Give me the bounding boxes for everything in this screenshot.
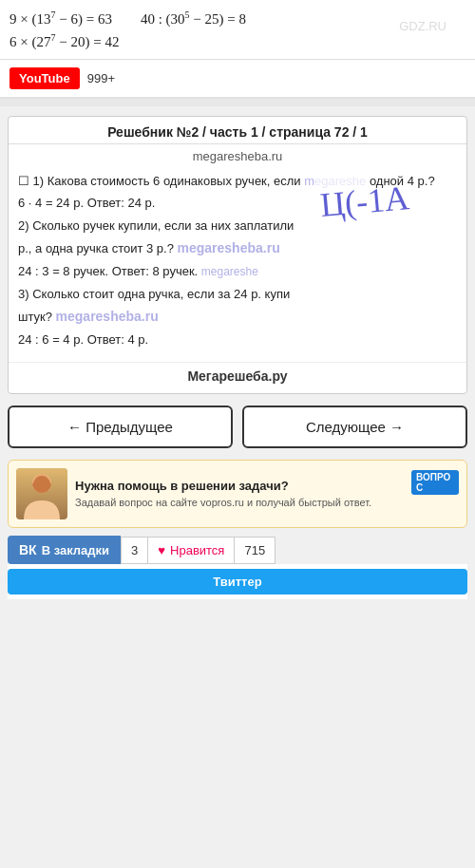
ad-banner[interactable]: Нужна помощь в решении задачи? Задавай в… [8, 460, 467, 528]
answer-3: 24 : 6 = 4 р. Ответ: 4 р. [18, 330, 457, 349]
solution-header: Решебник №2 / часть 1 / страница 72 / 1 [9, 117, 466, 144]
answer-2: 24 : 3 = 8 ручек. Ответ: 8 ручек. megare… [18, 262, 457, 281]
ad-subtitle: Задавай вопрос на сайте vopros.ru и полу… [75, 496, 404, 510]
youtube-bar: YouTube 999+ [0, 60, 475, 99]
ad-badge: ВОПРОС [411, 470, 459, 495]
ad-title: Нужна помощь в решении задачи? [75, 479, 404, 493]
twitter-button[interactable]: Твиттер [8, 569, 467, 594]
answer-1: 6 · 4 = 24 р. Ответ: 24 р. [18, 194, 457, 213]
vk-icon: ВК [19, 542, 37, 557]
youtube-button[interactable]: YouTube [10, 67, 80, 89]
solution-footer: Мегарешеба.ру [9, 362, 466, 393]
solution-card: Решебник №2 / часть 1 / страница 72 / 1 … [8, 116, 467, 394]
youtube-count: 999+ [87, 71, 115, 85]
like-count: 715 [235, 537, 276, 564]
math-expr-1: 9 × (137 − 6) = 63 [10, 8, 112, 30]
social-bar: ВК В закладки 3 ♥ Нравится 715 [8, 536, 467, 564]
gdz-watermark: GDZ.RU [399, 17, 446, 37]
vk-bookmarks-button[interactable]: ВК В закладки [8, 536, 121, 564]
like-button[interactable]: ♥ Нравится [148, 537, 235, 564]
question-2: 2) Сколько ручек купили, если за них зап… [18, 217, 457, 236]
heart-icon: ♥ [158, 543, 165, 557]
solution-text: Ц(-1А ☐ 1) Какова стоимость 6 одинаковых… [9, 166, 466, 362]
like-label: Нравится [170, 543, 224, 557]
navigation-buttons: ← Предыдущее Следующее → [8, 406, 467, 448]
ad-text-block: Нужна помощь в решении задачи? Задавай в… [75, 479, 404, 510]
question-3b: штук? megaresheba.ru [18, 307, 457, 328]
question-2b: р., а одна ручка стоит 3 р.? megaresheba… [18, 238, 457, 259]
question-1: ☐ 1) Какова стоимость 6 одинаковых ручек… [18, 172, 457, 191]
question-3: 3) Сколько стоит одна ручка, если за 24 … [18, 285, 457, 304]
math-expr-3: 6 × (277 − 20) = 42 [10, 30, 119, 53]
next-button[interactable]: Следующее → [242, 406, 467, 448]
vk-count: 3 [121, 537, 148, 564]
twitter-area: Твиттер [8, 564, 467, 599]
math-line-1: 9 × (137 − 6) = 63 40 : (305 − 25) = 8 [10, 8, 466, 30]
prev-button[interactable]: ← Предыдущее [8, 406, 233, 448]
ad-image [16, 468, 67, 519]
math-section: 9 × (137 − 6) = 63 40 : (305 − 25) = 8 6… [0, 0, 475, 60]
math-line-2: 6 × (277 − 20) = 42 [10, 30, 466, 53]
section-divider [0, 99, 475, 106]
vk-label: В закладки [42, 543, 109, 557]
solution-site: megaresheba.ru [9, 144, 466, 166]
math-expr-2: 40 : (305 − 25) = 8 [141, 8, 246, 30]
ad-person-image [16, 468, 67, 519]
solution-body: megaresheba.ru Ц(-1А ☐ 1) Какова стоимос… [9, 144, 466, 393]
